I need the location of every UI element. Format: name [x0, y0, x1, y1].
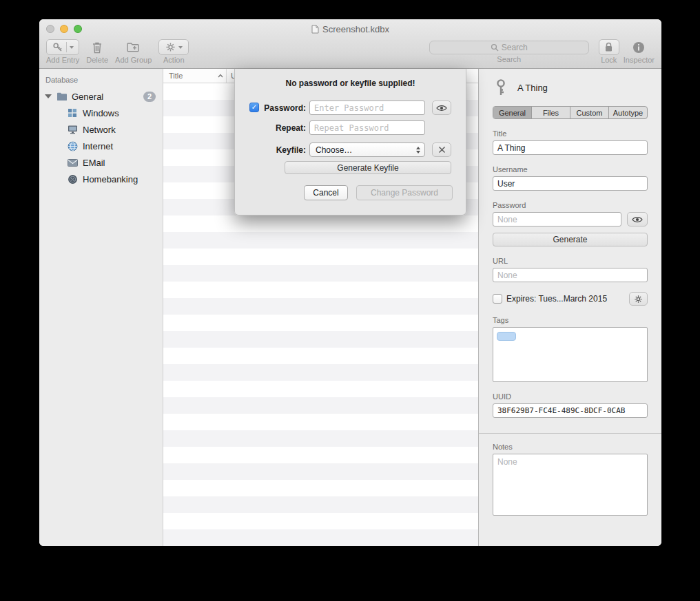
- keyfile-popup-value: Choose…: [316, 145, 352, 155]
- sidebar-item-internet[interactable]: Internet: [39, 138, 163, 154]
- entry-title: A Thing: [517, 83, 548, 93]
- inspector-label: Inspector: [624, 56, 655, 64]
- sheet-password-input[interactable]: [309, 101, 425, 115]
- sidebar-item-homebanking[interactable]: Homebanking: [39, 171, 163, 187]
- popup-stepper-icon: [416, 147, 420, 154]
- window-title-text: Screenshot.kdbx: [322, 24, 389, 34]
- inspector-panel: A Thing General Files Custom Autotype Ti…: [478, 69, 661, 546]
- minimize-button[interactable]: [60, 25, 68, 33]
- key-icon: [493, 78, 509, 96]
- add-entry-button[interactable]: Add Entry: [46, 39, 79, 64]
- cancel-button[interactable]: Cancel: [304, 185, 348, 200]
- lock-label: Lock: [601, 56, 617, 64]
- password-field-label: Password: [493, 201, 648, 209]
- expires-row: Expires: Tues...March 2015: [493, 292, 648, 306]
- keyfile-popup-button[interactable]: Choose…: [309, 143, 425, 157]
- search-container: Search Search: [429, 39, 589, 63]
- sheet-keyfile-label: Keyfile:: [262, 145, 306, 155]
- generate-label: Generate: [553, 235, 587, 244]
- clear-keyfile-button[interactable]: [432, 143, 451, 157]
- sidebar-item-email[interactable]: EMail: [39, 154, 163, 171]
- network-monitor-icon: [67, 124, 78, 135]
- inspector-header: A Thing: [493, 78, 648, 96]
- envelope-icon: [67, 157, 78, 168]
- title-field-label: Title: [493, 129, 648, 138]
- add-group-button[interactable]: Add Group: [115, 39, 152, 64]
- window-chrome: Screenshot.kdbx Add Entry: [39, 19, 661, 69]
- add-group-label: Add Group: [115, 56, 152, 64]
- url-input[interactable]: [493, 268, 648, 282]
- zoom-button[interactable]: [74, 25, 82, 33]
- chevron-down-icon: [70, 46, 74, 49]
- sidebar-item-label: Homebanking: [83, 174, 138, 184]
- notes-field-label: Notes: [493, 443, 648, 451]
- folder-icon: [56, 91, 68, 102]
- window-title: Screenshot.kdbx: [311, 24, 389, 34]
- tab-files[interactable]: Files: [532, 107, 570, 118]
- uuid-input[interactable]: [493, 403, 648, 418]
- windows-icon: [67, 107, 78, 118]
- action-label: Action: [163, 56, 185, 64]
- column-title-label: Title: [169, 72, 183, 80]
- add-entry-label: Add Entry: [46, 56, 79, 64]
- change-password-sheet: No password or keyfile supplied! ✓ Passw…: [234, 69, 466, 215]
- close-button[interactable]: [46, 25, 54, 33]
- notes-textarea[interactable]: [493, 454, 648, 516]
- folder-plus-icon: [127, 42, 140, 53]
- info-icon: [632, 41, 645, 54]
- inspector-tabs: General Files Custom Autotype: [493, 106, 648, 119]
- reveal-password-button[interactable]: [627, 212, 648, 226]
- inspector-button[interactable]: Inspector: [624, 39, 655, 64]
- disclosure-triangle-icon[interactable]: [45, 94, 52, 98]
- search-input[interactable]: Search: [429, 41, 589, 54]
- entry-count-badge: 2: [143, 92, 156, 102]
- tab-general[interactable]: General: [493, 107, 532, 118]
- url-field-label: URL: [493, 257, 648, 265]
- cancel-label: Cancel: [313, 188, 338, 198]
- globe-icon: [67, 140, 78, 151]
- sheet-reveal-password-button[interactable]: [432, 101, 451, 115]
- action-button[interactable]: Action: [158, 39, 189, 64]
- sidebar-item-label: General: [72, 92, 103, 102]
- close-x-icon: [438, 146, 446, 154]
- expires-checkbox[interactable]: [493, 294, 502, 304]
- tags-editor[interactable]: [493, 327, 648, 382]
- lock-button[interactable]: Lock: [599, 39, 619, 64]
- eye-icon: [436, 104, 447, 112]
- gear-icon: [634, 295, 643, 304]
- sidebar-item-label: EMail: [83, 158, 105, 168]
- inspector-divider: [479, 433, 661, 434]
- change-password-label: Change Password: [371, 188, 438, 198]
- delete-label: Delete: [86, 56, 108, 64]
- sidebar-item-general[interactable]: General 2: [39, 88, 163, 105]
- sheet-repeat-input[interactable]: [309, 120, 425, 135]
- title-input[interactable]: [493, 140, 648, 155]
- change-password-button[interactable]: Change Password: [356, 185, 453, 200]
- generate-password-button[interactable]: Generate: [493, 233, 648, 246]
- checkmark-icon: ✓: [251, 104, 257, 111]
- generate-keyfile-label: Generate Keyfile: [337, 163, 398, 173]
- expires-settings-button[interactable]: [629, 292, 648, 306]
- coin-icon: [67, 173, 78, 184]
- sidebar-item-network[interactable]: Network: [39, 121, 163, 138]
- generate-keyfile-button[interactable]: Generate Keyfile: [285, 161, 451, 174]
- gear-icon: [165, 42, 176, 52]
- tab-autotype[interactable]: Autotype: [609, 107, 647, 118]
- tab-custom[interactable]: Custom: [570, 107, 609, 118]
- column-header-title[interactable]: Title: [163, 69, 227, 83]
- sheet-message: No password or keyfile supplied!: [235, 78, 466, 88]
- password-input[interactable]: [493, 212, 621, 226]
- toolbar: Add Entry Delete: [39, 39, 661, 69]
- sidebar-item-label: Network: [83, 125, 116, 135]
- window-titlebar[interactable]: Screenshot.kdbx: [39, 19, 661, 39]
- expires-label: Expires: Tues...March 2015: [506, 294, 607, 304]
- tag-chip[interactable]: [497, 332, 516, 341]
- traffic-lights: [46, 19, 82, 39]
- username-input[interactable]: [493, 176, 648, 191]
- username-field-label: Username: [493, 165, 648, 173]
- sidebar-item-windows[interactable]: Windows: [39, 105, 163, 121]
- chevron-down-icon: [178, 46, 183, 49]
- trash-icon: [92, 41, 103, 54]
- delete-button[interactable]: Delete: [86, 39, 108, 64]
- password-enabled-checkbox[interactable]: ✓: [249, 103, 259, 112]
